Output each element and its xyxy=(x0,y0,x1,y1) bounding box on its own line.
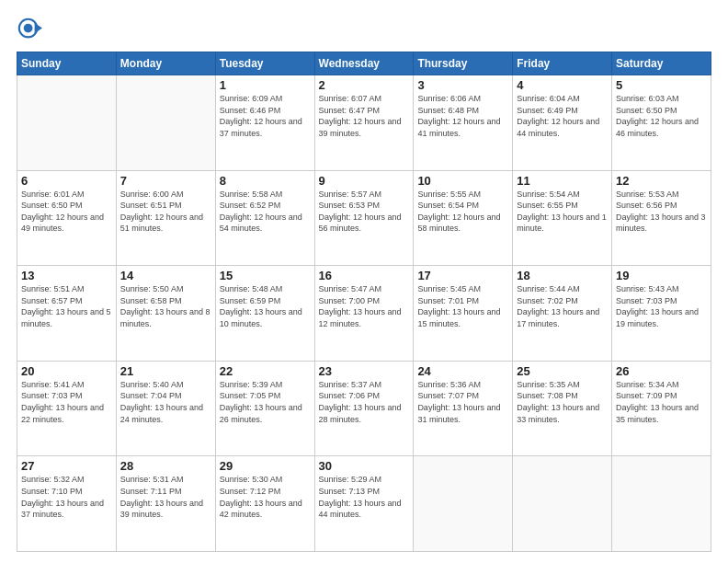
calendar-week-row: 6Sunrise: 6:01 AM Sunset: 6:50 PM Daylig… xyxy=(17,170,711,266)
calendar-cell: 11Sunrise: 5:54 AM Sunset: 6:55 PM Dayli… xyxy=(513,170,612,266)
calendar-cell: 14Sunrise: 5:50 AM Sunset: 6:58 PM Dayli… xyxy=(116,266,215,362)
weekday-header: Tuesday xyxy=(215,52,314,75)
calendar-cell: 27Sunrise: 5:32 AM Sunset: 7:10 PM Dayli… xyxy=(17,456,117,552)
day-info: Sunrise: 5:55 AM Sunset: 6:54 PM Dayligh… xyxy=(417,189,508,235)
day-number: 21 xyxy=(120,364,211,378)
day-info: Sunrise: 5:54 AM Sunset: 6:55 PM Dayligh… xyxy=(517,189,608,235)
calendar-header: SundayMondayTuesdayWednesdayThursdayFrid… xyxy=(17,52,711,75)
day-info: Sunrise: 5:36 AM Sunset: 7:07 PM Dayligh… xyxy=(417,379,508,425)
day-number: 1 xyxy=(220,78,311,92)
calendar-cell xyxy=(612,456,711,552)
day-number: 14 xyxy=(120,269,211,282)
day-number: 30 xyxy=(319,459,410,473)
day-number: 25 xyxy=(517,364,608,378)
day-info: Sunrise: 6:01 AM Sunset: 6:50 PM Dayligh… xyxy=(21,189,112,235)
day-number: 13 xyxy=(21,269,112,282)
day-number: 16 xyxy=(319,269,410,282)
day-info: Sunrise: 5:50 AM Sunset: 6:58 PM Dayligh… xyxy=(120,283,211,329)
day-number: 12 xyxy=(616,174,707,188)
day-info: Sunrise: 5:30 AM Sunset: 7:12 PM Dayligh… xyxy=(220,474,311,520)
day-info: Sunrise: 5:51 AM Sunset: 6:57 PM Dayligh… xyxy=(21,283,112,329)
calendar-week-row: 1Sunrise: 6:09 AM Sunset: 6:46 PM Daylig… xyxy=(17,75,711,171)
day-number: 19 xyxy=(616,269,707,282)
calendar-cell: 18Sunrise: 5:44 AM Sunset: 7:02 PM Dayli… xyxy=(513,266,612,362)
day-info: Sunrise: 5:35 AM Sunset: 7:08 PM Dayligh… xyxy=(517,379,608,425)
calendar-cell: 19Sunrise: 5:43 AM Sunset: 7:03 PM Dayli… xyxy=(612,266,711,362)
day-number: 8 xyxy=(220,174,311,188)
calendar-cell: 17Sunrise: 5:45 AM Sunset: 7:01 PM Dayli… xyxy=(414,266,513,362)
day-info: Sunrise: 5:58 AM Sunset: 6:52 PM Dayligh… xyxy=(220,189,311,235)
day-info: Sunrise: 6:09 AM Sunset: 6:46 PM Dayligh… xyxy=(220,93,311,139)
calendar-week-row: 13Sunrise: 5:51 AM Sunset: 6:57 PM Dayli… xyxy=(17,266,711,362)
svg-marker-2 xyxy=(35,23,42,33)
day-number: 5 xyxy=(616,78,707,92)
day-number: 27 xyxy=(21,459,112,473)
day-number: 2 xyxy=(319,78,410,92)
day-info: Sunrise: 5:44 AM Sunset: 7:02 PM Dayligh… xyxy=(517,283,608,329)
day-info: Sunrise: 5:37 AM Sunset: 7:06 PM Dayligh… xyxy=(319,379,410,425)
calendar-cell: 3Sunrise: 6:06 AM Sunset: 6:48 PM Daylig… xyxy=(414,75,513,171)
day-number: 17 xyxy=(417,269,508,282)
calendar-cell: 12Sunrise: 5:53 AM Sunset: 6:56 PM Dayli… xyxy=(612,170,711,266)
calendar-cell: 30Sunrise: 5:29 AM Sunset: 7:13 PM Dayli… xyxy=(314,456,414,552)
day-number: 29 xyxy=(220,459,311,473)
calendar-cell: 8Sunrise: 5:58 AM Sunset: 6:52 PM Daylig… xyxy=(215,170,314,266)
day-number: 23 xyxy=(319,364,410,378)
day-number: 11 xyxy=(517,174,608,188)
page: SundayMondayTuesdayWednesdayThursdayFrid… xyxy=(0,0,728,563)
day-info: Sunrise: 5:41 AM Sunset: 7:03 PM Dayligh… xyxy=(21,379,112,425)
day-info: Sunrise: 6:07 AM Sunset: 6:47 PM Dayligh… xyxy=(319,93,410,139)
day-info: Sunrise: 5:43 AM Sunset: 7:03 PM Dayligh… xyxy=(616,283,707,329)
day-number: 10 xyxy=(417,174,508,188)
weekday-header: Thursday xyxy=(414,52,513,75)
calendar-cell: 7Sunrise: 6:00 AM Sunset: 6:51 PM Daylig… xyxy=(116,170,215,266)
day-info: Sunrise: 5:39 AM Sunset: 7:05 PM Dayligh… xyxy=(220,379,311,425)
calendar-cell: 29Sunrise: 5:30 AM Sunset: 7:12 PM Dayli… xyxy=(215,456,314,552)
day-info: Sunrise: 5:32 AM Sunset: 7:10 PM Dayligh… xyxy=(21,474,112,520)
day-number: 6 xyxy=(21,174,112,188)
weekday-row: SundayMondayTuesdayWednesdayThursdayFrid… xyxy=(17,52,711,75)
day-info: Sunrise: 5:29 AM Sunset: 7:13 PM Dayligh… xyxy=(319,474,410,520)
calendar-cell xyxy=(17,75,117,171)
day-number: 3 xyxy=(417,78,508,92)
day-info: Sunrise: 5:47 AM Sunset: 7:00 PM Dayligh… xyxy=(319,283,410,329)
day-info: Sunrise: 5:34 AM Sunset: 7:09 PM Dayligh… xyxy=(616,379,707,425)
calendar-cell xyxy=(513,456,612,552)
day-info: Sunrise: 5:57 AM Sunset: 6:53 PM Dayligh… xyxy=(319,189,410,235)
day-number: 24 xyxy=(417,364,508,378)
calendar-cell: 2Sunrise: 6:07 AM Sunset: 6:47 PM Daylig… xyxy=(314,75,414,171)
day-number: 28 xyxy=(120,459,211,473)
calendar-cell: 24Sunrise: 5:36 AM Sunset: 7:07 PM Dayli… xyxy=(414,361,513,456)
calendar-cell: 16Sunrise: 5:47 AM Sunset: 7:00 PM Dayli… xyxy=(314,266,414,362)
day-number: 20 xyxy=(21,364,112,378)
calendar-cell xyxy=(414,456,513,552)
header xyxy=(17,17,711,42)
day-info: Sunrise: 5:31 AM Sunset: 7:11 PM Dayligh… xyxy=(120,474,211,520)
calendar-cell: 9Sunrise: 5:57 AM Sunset: 6:53 PM Daylig… xyxy=(314,170,414,266)
calendar-cell: 28Sunrise: 5:31 AM Sunset: 7:11 PM Dayli… xyxy=(116,456,215,552)
calendar-body: 1Sunrise: 6:09 AM Sunset: 6:46 PM Daylig… xyxy=(17,75,711,552)
calendar-cell: 21Sunrise: 5:40 AM Sunset: 7:04 PM Dayli… xyxy=(116,361,215,456)
logo-icon xyxy=(17,17,42,42)
calendar-cell: 22Sunrise: 5:39 AM Sunset: 7:05 PM Dayli… xyxy=(215,361,314,456)
day-info: Sunrise: 5:48 AM Sunset: 6:59 PM Dayligh… xyxy=(220,283,311,329)
calendar-week-row: 20Sunrise: 5:41 AM Sunset: 7:03 PM Dayli… xyxy=(17,361,711,456)
calendar-cell: 5Sunrise: 6:03 AM Sunset: 6:50 PM Daylig… xyxy=(612,75,711,171)
day-info: Sunrise: 5:53 AM Sunset: 6:56 PM Dayligh… xyxy=(616,189,707,235)
calendar-cell: 25Sunrise: 5:35 AM Sunset: 7:08 PM Dayli… xyxy=(513,361,612,456)
weekday-header: Monday xyxy=(116,52,215,75)
day-number: 15 xyxy=(220,269,311,282)
weekday-header: Friday xyxy=(513,52,612,75)
calendar-cell: 10Sunrise: 5:55 AM Sunset: 6:54 PM Dayli… xyxy=(414,170,513,266)
logo xyxy=(17,17,46,42)
day-number: 4 xyxy=(517,78,608,92)
day-number: 9 xyxy=(319,174,410,188)
day-info: Sunrise: 6:03 AM Sunset: 6:50 PM Dayligh… xyxy=(616,93,707,139)
day-number: 18 xyxy=(517,269,608,282)
calendar-cell: 23Sunrise: 5:37 AM Sunset: 7:06 PM Dayli… xyxy=(314,361,414,456)
day-number: 7 xyxy=(120,174,211,188)
calendar-week-row: 27Sunrise: 5:32 AM Sunset: 7:10 PM Dayli… xyxy=(17,456,711,552)
calendar-cell: 4Sunrise: 6:04 AM Sunset: 6:49 PM Daylig… xyxy=(513,75,612,171)
day-number: 22 xyxy=(220,364,311,378)
svg-point-1 xyxy=(24,24,33,33)
